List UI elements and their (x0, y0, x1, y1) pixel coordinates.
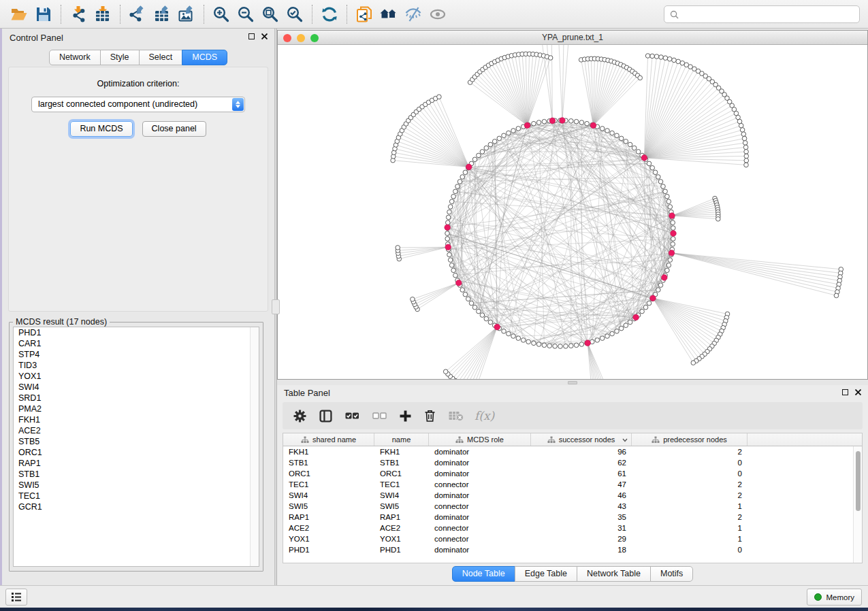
mcds-result-item[interactable]: CAR1 (14, 338, 259, 349)
cell-name[interactable]: TEC1 (374, 479, 429, 490)
cell-predecessor_nodes[interactable]: 0 (632, 544, 748, 555)
table-scrollbar-thumb[interactable] (856, 451, 861, 511)
mcds-result-item[interactable]: STP4 (14, 349, 259, 360)
cell-shared_name[interactable]: PHD1 (283, 544, 374, 555)
cell-successor_nodes[interactable]: 29 (531, 533, 632, 544)
window-minimize-light[interactable] (297, 34, 305, 42)
mcds-result-item[interactable]: TID3 (14, 360, 259, 371)
column-header-predecessor-nodes[interactable]: predecessor nodes (632, 433, 748, 446)
network-canvas[interactable] (278, 45, 867, 379)
criterion-select[interactable]: largest connected component (undirected) (31, 97, 245, 112)
tab-mcds[interactable]: MCDS (182, 50, 227, 65)
tab-style[interactable]: Style (100, 50, 140, 65)
cell-name[interactable]: SWI4 (374, 490, 429, 501)
cell-successor_nodes[interactable]: 61 (531, 468, 632, 479)
mcds-result-item[interactable]: SWI5 (14, 480, 259, 491)
table-row[interactable]: RAP1RAP1dominator352 (283, 512, 862, 523)
cell-mcds_role[interactable]: connector (429, 533, 531, 544)
zoom-selected-button[interactable] (283, 4, 307, 24)
cell-predecessor_nodes[interactable]: 1 (632, 523, 748, 533)
table-row[interactable]: STB1STB1dominator620 (283, 457, 862, 468)
column-header-shared-name[interactable]: shared name (283, 433, 374, 446)
network-graph[interactable] (278, 45, 867, 379)
export-network-button[interactable] (125, 4, 150, 24)
cell-mcds_role[interactable]: dominator (429, 468, 531, 479)
mcds-result-item[interactable]: TEC1 (14, 491, 259, 501)
cell-predecessor_nodes[interactable]: 2 (632, 490, 748, 501)
first-neighbors-button[interactable] (376, 4, 401, 24)
tab-node-table[interactable]: Node Table (452, 566, 515, 582)
cell-name[interactable]: ACE2 (374, 523, 429, 533)
run-mcds-button[interactable]: Run MCDS (70, 121, 132, 137)
mcds-result-item[interactable]: ACE2 (14, 425, 259, 436)
import-network-button[interactable] (66, 4, 91, 24)
tab-select[interactable]: Select (139, 50, 183, 65)
zoom-out-button[interactable] (234, 4, 258, 24)
cell-name[interactable]: RAP1 (374, 512, 429, 523)
cell-predecessor_nodes[interactable]: 2 (632, 479, 748, 490)
column-header-successor-nodes[interactable]: successor nodes (531, 433, 632, 446)
cell-mcds_role[interactable]: connector (429, 479, 531, 490)
splitter-grip[interactable] (272, 299, 280, 314)
splitter-grip[interactable] (568, 381, 577, 384)
cell-mcds_role[interactable]: connector (429, 501, 531, 512)
cell-successor_nodes[interactable]: 35 (531, 512, 632, 523)
mcds-result-list[interactable]: PHD1CAR1STP4TID3YOX1SWI4SRD1PMA2FKH1ACE2… (13, 327, 259, 567)
tab-edge-table[interactable]: Edge Table (515, 566, 577, 582)
hide-selected-button[interactable] (401, 4, 425, 24)
cell-shared_name[interactable]: SWI4 (283, 490, 374, 501)
mcds-result-item[interactable]: FKH1 (14, 414, 259, 425)
duplicate-network-button[interactable] (352, 4, 376, 24)
cell-shared_name[interactable]: SWI5 (283, 501, 374, 512)
table-row[interactable]: ORC1ORC1dominator610 (283, 468, 862, 479)
panel-splitter-horizontal[interactable] (277, 380, 868, 385)
search-input[interactable] (683, 10, 854, 19)
table-row[interactable]: FKH1FKH1dominator962 (283, 446, 862, 457)
network-window-titlebar[interactable]: YPA_prune.txt_1 (278, 31, 867, 45)
window-close-light[interactable] (283, 34, 291, 42)
cell-successor_nodes[interactable]: 18 (531, 544, 632, 555)
table-scrollbar[interactable] (853, 446, 862, 563)
window-zoom-light[interactable] (310, 34, 319, 42)
cell-shared_name[interactable]: FKH1 (283, 446, 374, 457)
cell-successor_nodes[interactable]: 62 (531, 457, 632, 468)
cell-shared_name[interactable]: RAP1 (283, 512, 374, 523)
cell-mcds_role[interactable]: dominator (429, 490, 531, 501)
cell-mcds_role[interactable]: dominator (429, 457, 531, 468)
mcds-result-item[interactable]: SRD1 (14, 393, 259, 403)
cell-shared_name[interactable]: TEC1 (283, 479, 374, 490)
zoom-fit-button[interactable] (258, 4, 283, 24)
mcds-result-item[interactable]: YOX1 (14, 371, 259, 382)
cell-predecessor_nodes[interactable]: 0 (632, 468, 748, 479)
close-panel-icon[interactable] (261, 33, 268, 39)
mcds-result-item[interactable]: ORC1 (14, 447, 259, 458)
cell-predecessor_nodes[interactable]: 1 (632, 501, 748, 512)
open-file-button[interactable] (7, 4, 31, 24)
tab-network-table[interactable]: Network Table (577, 566, 651, 582)
task-history-button[interactable] (5, 589, 27, 606)
column-layout-button[interactable] (319, 410, 332, 423)
tab-network[interactable]: Network (49, 50, 101, 65)
mcds-result-item[interactable]: PMA2 (14, 403, 259, 414)
float-panel-icon[interactable] (248, 33, 255, 39)
mcds-result-item[interactable]: GCR1 (14, 501, 259, 512)
import-table-button[interactable] (91, 4, 115, 24)
cell-successor_nodes[interactable]: 31 (531, 523, 632, 533)
cell-predecessor_nodes[interactable]: 2 (632, 512, 748, 523)
tab-motifs[interactable]: Motifs (650, 566, 693, 582)
mcds-result-item[interactable]: STB1 (14, 469, 259, 480)
show-all-columns-button[interactable] (345, 412, 359, 420)
table-row[interactable]: SWI4SWI4dominator462 (283, 490, 862, 501)
cell-shared_name[interactable]: ORC1 (283, 468, 374, 479)
cell-name[interactable]: YOX1 (374, 533, 429, 544)
mcds-result-item[interactable]: STB5 (14, 436, 259, 447)
cell-name[interactable]: SWI5 (374, 501, 429, 512)
cell-predecessor_nodes[interactable]: 1 (632, 533, 748, 544)
mcds-list-scrollbar[interactable] (250, 327, 259, 566)
cell-predecessor_nodes[interactable]: 0 (632, 457, 748, 468)
cell-shared_name[interactable]: STB1 (283, 457, 374, 468)
cell-mcds_role[interactable]: dominator (429, 544, 531, 555)
table-row[interactable]: SWI5SWI5connector431 (283, 501, 862, 512)
cell-successor_nodes[interactable]: 96 (531, 446, 632, 457)
show-all-button[interactable] (425, 4, 450, 24)
